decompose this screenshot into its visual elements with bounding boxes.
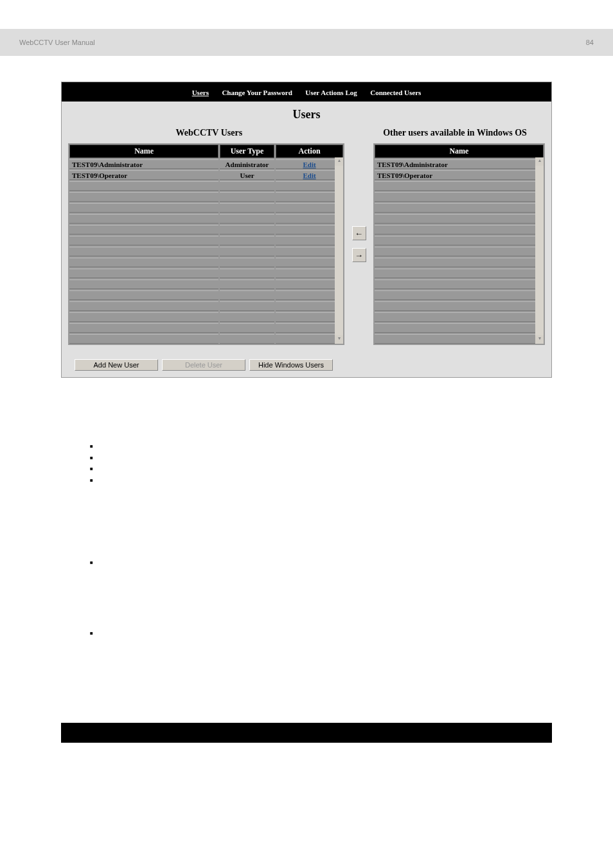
page-header: WebCCTV User Manual 84 — [0, 29, 613, 56]
move-left-button[interactable]: ← — [352, 226, 366, 240]
nav-connected-users[interactable]: Connected Users — [370, 89, 421, 96]
table-row[interactable]: TEST09\Operator User Edit — [69, 170, 343, 180]
cell-name: TEST09\Administrator — [375, 159, 544, 169]
paragraph: In addition to the users list, the follo… — [64, 421, 552, 433]
paragraph: The user now only exists in the operatin… — [64, 608, 552, 620]
paragraph: To delete a user permanently (from both … — [64, 649, 552, 671]
col-name: Name — [69, 145, 218, 158]
scroll-up-icon[interactable]: ▴ — [335, 157, 343, 166]
main-content: Name User Type Action TEST09\Administrat… — [62, 143, 551, 353]
list-item: Add New User — [90, 441, 552, 453]
scrollbar[interactable]: ▴ ▾ — [335, 157, 343, 344]
paragraph: If you click the Show Windows Users butt… — [64, 496, 552, 518]
table-row[interactable]: TEST09\Operator — [375, 170, 544, 180]
cell-type: Administrator — [220, 159, 274, 169]
scrollbar[interactable]: ▴ ▾ — [535, 157, 544, 344]
move-right-button[interactable]: → — [352, 248, 366, 262]
nav-change-password[interactable]: Change Your Password — [222, 89, 292, 96]
footer-brand: Quadrox — [508, 729, 533, 736]
nav-users[interactable]: Users — [192, 89, 209, 96]
cell-name: TEST09\Operator — [375, 170, 544, 180]
footer-bar: Version 4.5 Series Quadrox — [61, 723, 552, 743]
page-title: Users — [62, 102, 551, 125]
bottom-buttons: Add New User Delete User Hide Windows Us… — [62, 353, 551, 377]
caption: Users Management Screen — [64, 397, 552, 409]
header-title: WebCCTV User Manual — [19, 39, 95, 46]
cell-action: Edit — [276, 170, 344, 180]
col-name-right: Name — [375, 145, 544, 158]
footer-version: Version 4.5 Series — [80, 729, 132, 736]
scroll-up-icon[interactable]: ▴ — [535, 157, 544, 166]
paragraph: In order to remove a user from the WebCC… — [64, 578, 552, 601]
table-row[interactable]: TEST09\Administrator — [375, 159, 544, 169]
list-item: Delete User — [90, 453, 552, 465]
left-section-label: WebCCTV Users — [75, 128, 344, 138]
right-section-label: Other users available in Windows OS — [371, 128, 538, 138]
add-user-button[interactable]: Add New User — [75, 359, 158, 371]
nav-bar: Users Change Your Password User Actions … — [62, 82, 551, 102]
list-item: Hide Windows Users — [90, 464, 552, 475]
hide-windows-users-button[interactable]: Hide Windows Users — [249, 359, 333, 371]
list-item — [90, 558, 552, 569]
edit-link[interactable]: Edit — [303, 161, 315, 168]
right-panel: Name TEST09\AdministratorTEST09\Operator… — [373, 143, 545, 345]
page-number: 84 — [586, 39, 594, 46]
list-item — [90, 628, 552, 640]
document-body: Users Management Screen In addition to t… — [64, 397, 552, 671]
left-panel: Name User Type Action TEST09\Administrat… — [68, 143, 344, 345]
table-row[interactable]: TEST09\Administrator Administrator Edit — [69, 159, 343, 169]
nav-actions-log[interactable]: User Actions Log — [305, 89, 357, 96]
col-type: User Type — [220, 145, 274, 158]
cell-type: User — [220, 170, 274, 180]
list-item: Show Windows Users — [90, 475, 552, 487]
scroll-down-icon[interactable]: ▾ — [335, 335, 343, 344]
delete-user-button[interactable]: Delete User — [162, 359, 245, 371]
screenshot-panel: Users Change Your Password User Actions … — [61, 82, 552, 378]
edit-link[interactable]: Edit — [303, 172, 315, 179]
cell-name: TEST09\Operator — [69, 170, 218, 180]
transfer-controls: ← → — [344, 143, 373, 345]
scroll-down-icon[interactable]: ▾ — [535, 335, 544, 344]
cell-name: TEST09\Administrator — [69, 159, 218, 169]
cell-action: Edit — [276, 159, 344, 169]
paragraph: In order to set up an existing user from… — [64, 526, 552, 549]
col-action: Action — [276, 145, 344, 158]
